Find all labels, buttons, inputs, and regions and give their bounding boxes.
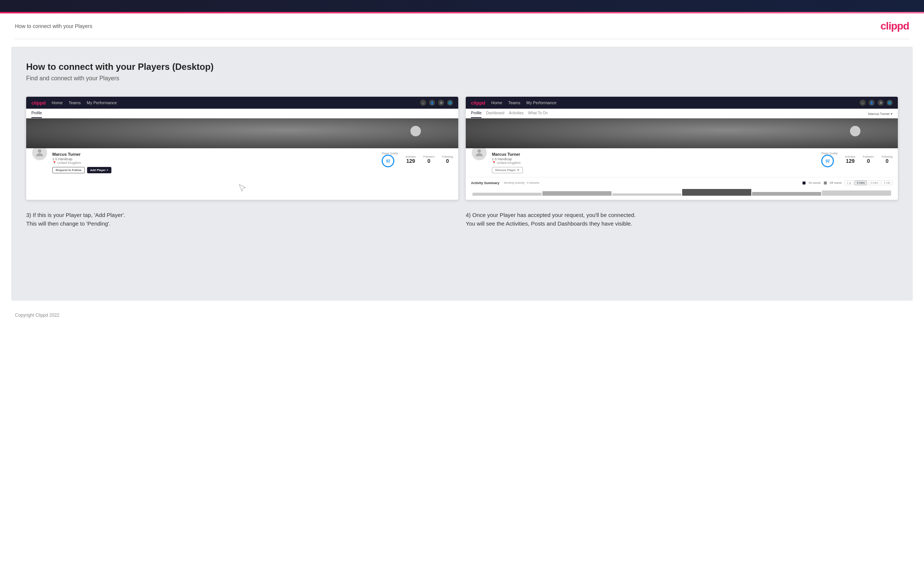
time-btn-1yr[interactable]: 1 yr bbox=[845, 181, 854, 185]
right-nav-icons: ⌕ 👤 ⚙ 🌐 bbox=[860, 100, 893, 106]
cursor-area bbox=[26, 177, 458, 200]
time-btn-1mth[interactable]: 1 mth bbox=[881, 181, 893, 185]
remove-player-button[interactable]: Remove Player ✕ bbox=[492, 167, 523, 173]
main-subheadline: Find and connect with your Players bbox=[26, 75, 898, 82]
left-followers-stat: Followers 0 bbox=[423, 155, 435, 164]
screenshot-left: clippd Home Teams My Performance ⌕ 👤 ⚙ 🌐… bbox=[26, 97, 458, 200]
right-globe-icon[interactable]: 🌐 bbox=[887, 100, 893, 106]
left-profile-info: Marcus Turner 1-5 Handicap 📍 United King… bbox=[52, 152, 453, 173]
right-remove-area: Remove Player ✕ bbox=[492, 167, 523, 173]
right-profile-info: Marcus Turner 1-5 Handicap 📍 United King… bbox=[492, 152, 893, 173]
left-nav-logo: clippd bbox=[31, 100, 45, 106]
screenshots-row: clippd Home Teams My Performance ⌕ 👤 ⚙ 🌐… bbox=[26, 97, 898, 200]
right-settings-icon[interactable]: ⚙ bbox=[878, 100, 884, 106]
right-location: 📍 United Kingdom bbox=[492, 161, 523, 165]
chart-bar-4 bbox=[682, 189, 751, 196]
chart-bar-3 bbox=[612, 193, 682, 196]
main-headline: How to connect with your Players (Deskto… bbox=[26, 61, 898, 72]
right-followers-stat: Followers 0 bbox=[863, 155, 874, 164]
tab-activities[interactable]: Activities bbox=[509, 111, 523, 118]
left-banner bbox=[26, 118, 458, 148]
left-nav-teams: Teams bbox=[69, 100, 81, 105]
right-profile-section: Marcus Turner 1-5 Handicap 📍 United King… bbox=[466, 148, 898, 177]
left-profile-section: Marcus Turner 1-5 Handicap 📍 United King… bbox=[26, 148, 458, 177]
left-banner-image bbox=[26, 118, 458, 148]
left-tabs: Profile bbox=[26, 109, 458, 118]
off-course-label: Off course bbox=[830, 182, 842, 184]
caption-left: 3) If this is your Player tap, 'Add Play… bbox=[26, 211, 458, 228]
activity-summary-bar: Activity Summary Monthly Activity · 6 Mo… bbox=[466, 177, 898, 199]
user-icon[interactable]: 👤 bbox=[429, 100, 435, 106]
tab-profile-right[interactable]: Profile bbox=[471, 111, 481, 118]
request-follow-button[interactable]: Request to Follow bbox=[52, 167, 85, 173]
time-btn-6mths[interactable]: 6 mths bbox=[855, 181, 867, 185]
right-nav-teams: Teams bbox=[508, 100, 520, 105]
right-search-icon[interactable]: ⌕ bbox=[860, 100, 866, 106]
copyright: Copyright Clippd 2022 bbox=[15, 313, 60, 318]
right-player-dropdown[interactable]: Marcus Turner ▾ bbox=[868, 112, 893, 118]
chart-bar-5 bbox=[752, 192, 821, 196]
right-handicap: 1-5 Handicap bbox=[492, 157, 523, 161]
left-quality-label: Player Quality bbox=[382, 152, 398, 155]
caption-right: 4) Once your Player has accepted your re… bbox=[466, 211, 898, 228]
left-activities-stat: Activities 129 bbox=[405, 155, 416, 164]
right-navbar: clippd Home Teams My Performance ⌕ 👤 ⚙ 🌐 bbox=[466, 97, 898, 109]
chart-bar-6 bbox=[822, 190, 891, 196]
right-stats: Player Quality 92 Activities 129 Followe… bbox=[821, 152, 893, 167]
right-activities-stat: Activities 129 bbox=[845, 155, 856, 164]
activity-header: Activity Summary Monthly Activity · 6 Mo… bbox=[471, 181, 893, 185]
left-handicap: 1-5 Handicap bbox=[52, 157, 111, 161]
breadcrumb: How to connect with your Players bbox=[15, 23, 92, 29]
svg-point-1 bbox=[477, 149, 481, 153]
activity-period: Monthly Activity · 6 Months bbox=[504, 181, 540, 184]
right-banner bbox=[466, 118, 898, 148]
right-banner-image bbox=[466, 118, 898, 148]
time-btn-3mths[interactable]: 3 mths bbox=[868, 181, 880, 185]
activity-chart bbox=[471, 187, 893, 196]
on-course-label: On course bbox=[809, 182, 821, 184]
left-stats: Player Quality 92 Activities 129 Followe… bbox=[382, 152, 453, 167]
captions-row: 3) If this is your Player tap, 'Add Play… bbox=[26, 211, 898, 228]
clippd-logo: clippd bbox=[880, 20, 909, 32]
left-navbar: clippd Home Teams My Performance ⌕ 👤 ⚙ 🌐 bbox=[26, 97, 458, 109]
left-nav-home: Home bbox=[52, 100, 62, 105]
right-tabs-row: Profile Dashboard Activities What To On … bbox=[466, 109, 898, 118]
left-player-name: Marcus Turner bbox=[52, 152, 111, 156]
right-user-icon[interactable]: 👤 bbox=[869, 100, 875, 106]
header-divider bbox=[15, 39, 909, 39]
location-pin-icon: 📍 bbox=[52, 161, 57, 165]
search-icon[interactable]: ⌕ bbox=[420, 100, 426, 106]
settings-icon[interactable]: ⚙ bbox=[438, 100, 444, 106]
right-following-stat: Following 0 bbox=[881, 155, 893, 164]
right-nav-logo: clippd bbox=[471, 100, 485, 106]
right-tabs-group: Profile Dashboard Activities What To On bbox=[471, 111, 548, 118]
time-buttons: 1 yr 6 mths 3 mths 1 mth bbox=[845, 181, 893, 185]
screenshot-right: clippd Home Teams My Performance ⌕ 👤 ⚙ 🌐… bbox=[466, 97, 898, 200]
left-nav-performance: My Performance bbox=[87, 100, 117, 105]
on-course-legend-dot bbox=[803, 182, 806, 184]
left-nav-icons: ⌕ 👤 ⚙ 🌐 bbox=[420, 100, 453, 106]
globe-icon[interactable]: 🌐 bbox=[447, 100, 453, 106]
tab-dashboard[interactable]: Dashboard bbox=[486, 111, 504, 118]
left-quality-value: 92 bbox=[382, 155, 394, 167]
page-header: How to connect with your Players clippd bbox=[0, 13, 924, 39]
right-nav-home: Home bbox=[491, 100, 502, 105]
add-player-button[interactable]: Add Player + bbox=[87, 167, 111, 173]
left-following-stat: Following 0 bbox=[442, 155, 453, 164]
tab-what-to-on[interactable]: What To On bbox=[528, 111, 548, 118]
right-banner-circle bbox=[850, 126, 861, 136]
svg-point-0 bbox=[38, 149, 41, 153]
chart-bar-2 bbox=[542, 191, 612, 196]
top-bar bbox=[0, 0, 924, 12]
off-course-legend-dot bbox=[824, 182, 827, 184]
main-content: How to connect with your Players (Deskto… bbox=[11, 47, 913, 301]
activity-legend: On course Off course bbox=[803, 182, 842, 184]
tab-profile-left[interactable]: Profile bbox=[31, 111, 42, 118]
right-quality-value: 92 bbox=[821, 155, 834, 167]
left-buttons: Request to Follow Add Player + bbox=[52, 167, 111, 173]
left-banner-circle bbox=[410, 126, 421, 136]
right-nav-performance: My Performance bbox=[526, 100, 557, 105]
page-footer: Copyright Clippd 2022 bbox=[0, 308, 924, 322]
activity-title: Activity Summary bbox=[471, 181, 499, 185]
right-quality-label: Player Quality bbox=[821, 152, 838, 155]
